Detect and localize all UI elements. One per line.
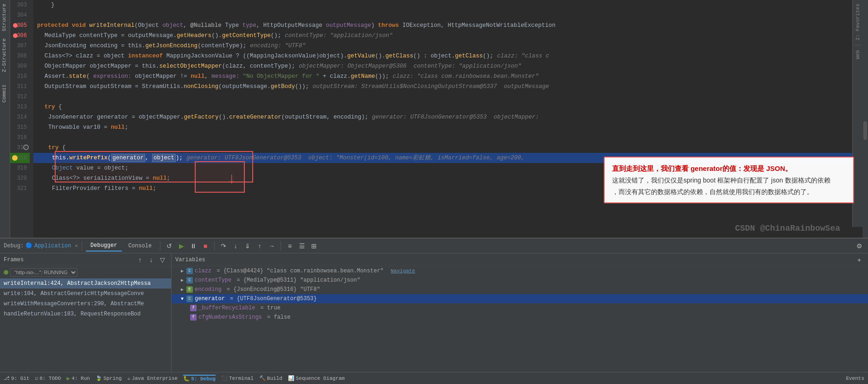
code-line-317: try { xyxy=(33,143,868,153)
debug-btn-bottom[interactable]: 🐛 5: Debug xyxy=(183,375,216,382)
build-label: Build xyxy=(267,376,282,381)
tab-debugger[interactable]: Debugger xyxy=(86,240,122,252)
code-line-305: protected void writeInternal(Object obje… xyxy=(33,20,868,31)
tab-console[interactable]: Console xyxy=(124,241,156,251)
thread-select[interactable]: "http-nio-...": RUNNING xyxy=(10,268,77,277)
ln-303: 303 xyxy=(10,0,30,10)
web-label[interactable]: Web xyxy=(855,48,861,61)
terminal-label: Terminal xyxy=(229,376,254,381)
ln-316: 316 xyxy=(10,132,30,143)
evaluate-button[interactable]: ≡ xyxy=(285,241,295,251)
git-btn[interactable]: ⎇ 9: Git xyxy=(4,375,30,381)
var-contenttype[interactable]: ▶ C contentType = {MediaType@5311} "appl… xyxy=(172,276,868,285)
step-out-button[interactable]: ↑ xyxy=(255,241,265,251)
sep2 xyxy=(160,241,160,251)
spring-btn[interactable]: 🍃 Spring xyxy=(96,375,122,381)
nav-arrows: ↑ ↓ ▽ xyxy=(135,255,167,265)
terminal-btn[interactable]: ⬛ Terminal xyxy=(221,375,254,381)
ln-314: 314 xyxy=(10,112,30,122)
clazz-name: clazz xyxy=(195,268,211,274)
todo-icon: ☑ xyxy=(35,375,38,381)
frames-button[interactable]: ☰ xyxy=(297,241,307,251)
run-icon: ▶ xyxy=(66,375,70,382)
terminal-icon: ⬛ xyxy=(221,375,228,381)
variables-header: Variables + xyxy=(172,253,868,266)
thread-item: "http-nio-...": RUNNING xyxy=(0,266,171,278)
frame-item-1[interactable]: write:104, AbstractGenericHttpMessageCon… xyxy=(0,289,171,299)
frame-1-label: write:104, AbstractGenericHttpMessageCon… xyxy=(4,290,144,297)
expand-generator[interactable]: ▼ xyxy=(181,296,184,302)
restart-button[interactable]: ↺ xyxy=(164,241,174,251)
ln-317: 317 xyxy=(10,143,30,153)
cfgnumbers-name: cfgNumbersAsStrings xyxy=(198,314,262,321)
ln-319: 319 xyxy=(10,163,30,173)
git-icon: ⎇ xyxy=(4,375,10,381)
debug-toolbar: Debug: 🔵 Application ✕ Debugger Console … xyxy=(0,239,868,253)
ln-321: 321 xyxy=(10,183,30,194)
var-encoding[interactable]: ▶ E encoding = {JsonEncoding@5316} "UTF8… xyxy=(172,285,868,294)
sequence-icon: 📊 xyxy=(288,375,294,381)
code-line-315: Throwable var10 = null; xyxy=(33,122,868,132)
var-bufferrecyclable[interactable]: f _bufferRecyclable = true xyxy=(172,303,868,313)
annotation-box: 直到走到这里，我们查看 generator的值：发现是 JSON。 这就没错了，… xyxy=(604,157,854,203)
add-var-button[interactable]: + xyxy=(854,255,864,265)
events-label: Events xyxy=(846,376,864,381)
pause-button[interactable]: ⏸ xyxy=(188,241,198,251)
code-line-306: MediaType contentType = outputMessage.ge… xyxy=(33,31,868,41)
frame-item-3[interactable]: handleReturnValue:183, RequestResponseBo… xyxy=(0,309,171,319)
frame-down-button[interactable]: ↓ xyxy=(146,255,156,265)
ln-311: 311 xyxy=(10,82,30,92)
events-btn[interactable]: Events xyxy=(846,376,864,381)
contenttype-name: contentType xyxy=(195,277,231,283)
step-over-button[interactable]: ↷ xyxy=(218,241,229,251)
generator-name: generator xyxy=(195,296,225,302)
ln-304: 304 xyxy=(10,10,30,20)
code-scrollbar[interactable] xyxy=(862,0,868,238)
code-line-313: try { xyxy=(33,102,868,112)
ln-307: 307 xyxy=(10,41,30,51)
ln-309: 309 xyxy=(10,61,30,71)
step-into-button[interactable]: ↓ xyxy=(230,241,241,251)
line-numbers: 303 304 305 306 307 308 309 310 311 312 … xyxy=(10,0,33,238)
run-to-cursor-button[interactable]: → xyxy=(267,241,277,251)
frame-item-2[interactable]: writeWithMessageConverters:290, Abstract… xyxy=(0,299,171,309)
var-generator[interactable]: ▼ C generator = {UTF8JsonGenerator@5353} xyxy=(172,294,868,303)
var-cfgnumbers[interactable]: f cfgNumbersAsStrings = false xyxy=(172,313,868,322)
favorites-label[interactable]: 2: Favorites xyxy=(855,2,861,42)
expand-clazz[interactable]: ▶ xyxy=(181,268,184,274)
sequence-btn[interactable]: 📊 Sequence Diagram xyxy=(288,375,345,381)
settings-button[interactable]: ⚙ xyxy=(854,241,864,251)
force-step-into-button[interactable]: ⇓ xyxy=(243,241,253,251)
frame-up-button[interactable]: ↑ xyxy=(135,255,145,265)
stop-button[interactable]: ■ xyxy=(200,241,211,251)
restore-layout-button[interactable]: ⊞ xyxy=(309,241,319,251)
ln-312: 312 xyxy=(10,92,30,102)
navigate-clazz[interactable]: Navigate xyxy=(391,268,415,274)
enterprise-btn[interactable]: ☕ Java Enterprise xyxy=(128,375,178,381)
code-line-309: ObjectMapper objectMapper = this.selectO… xyxy=(33,61,868,71)
run-label: 4: Run xyxy=(71,376,90,381)
variables-content: ▶ C clazz = {Class@4424} "class com.rain… xyxy=(172,266,868,372)
code-line-303: } xyxy=(33,0,868,10)
run-btn[interactable]: ▶ 4: Run xyxy=(66,375,89,382)
expand-contenttype[interactable]: ▶ xyxy=(181,277,184,283)
code-area: Structure Z-Structure Commit 303 304 305… xyxy=(0,0,868,238)
structure-tab[interactable]: Structure xyxy=(0,0,10,35)
filter-button[interactable]: ▽ xyxy=(157,255,167,265)
var-clazz[interactable]: ▶ C clazz = {Class@4424} "class com.rain… xyxy=(172,266,868,276)
build-btn[interactable]: 🔨 Build xyxy=(259,375,282,381)
ln-315: 315 xyxy=(10,122,30,132)
expand-encoding[interactable]: ▶ xyxy=(181,287,184,292)
resume-button[interactable]: ▶ xyxy=(176,241,186,251)
ln-310: 310 xyxy=(10,71,30,82)
debug-session-tab[interactable]: 🔵 Application ✕ xyxy=(26,242,78,249)
code-line-310: Assert.state( expression: objectMapper !… xyxy=(33,71,868,82)
z-structure-tab[interactable]: Z-Structure xyxy=(0,35,10,76)
code-line-312 xyxy=(33,92,868,102)
frames-content: "http-nio-...": RUNNING writeInternal:42… xyxy=(0,266,171,372)
todo-btn[interactable]: ☑ 6: TODO xyxy=(35,375,61,381)
commit-tab[interactable]: Commit xyxy=(0,81,10,107)
code-line-311: OutputStream outputStream = StreamUtils.… xyxy=(33,82,868,92)
close-session[interactable]: ✕ xyxy=(75,243,78,249)
frame-item-0[interactable]: writeInternal:424, AbstractJackson2HttpM… xyxy=(0,278,171,289)
